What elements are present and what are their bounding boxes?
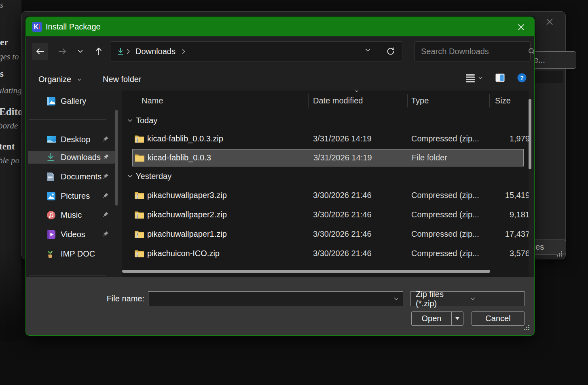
file-row-kicad-fablib-folder-selected[interactable]: kicad-fablib_0.0.3 3/31/2026 14:19 File … [132, 149, 524, 166]
group-header-yesterday[interactable]: Yesterday [122, 170, 171, 182]
sidebar-item-desktop[interactable]: Desktop [26, 133, 114, 146]
bg-text-fragment: ges to [0, 52, 19, 62]
file-name: pikachuwallpaper2.zip [147, 205, 227, 224]
recent-locations-button[interactable] [72, 43, 88, 60]
pin-icon [103, 231, 109, 237]
bg-text-fragment: ble po [0, 156, 19, 166]
sidebar-item-downloads[interactable]: Downloads [28, 151, 115, 164]
forward-button[interactable] [54, 43, 70, 60]
address-bar[interactable]: Downloads [110, 41, 402, 61]
bg-text-fragment: Edito [0, 106, 21, 118]
sidebar-item-documents[interactable]: Documents [26, 170, 114, 183]
file-name-input[interactable] [148, 295, 394, 303]
sidebar-item-label: Documents [61, 172, 102, 181]
help-button[interactable]: ? [517, 73, 527, 82]
file-row-kicad-fablib-zip[interactable]: kicad-fablib_0.0.3.zip 3/31/2026 14:19 C… [122, 129, 529, 148]
breadcrumb-item-downloads[interactable]: Downloads [135, 47, 176, 56]
breadcrumb-chevron-icon[interactable] [127, 49, 130, 54]
cancel-button[interactable]: Cancel [472, 311, 525, 326]
organize-menu-button[interactable]: Organize [38, 71, 81, 87]
group-label: Yesterday [136, 172, 171, 181]
file-row-pikachuwallpaper2[interactable]: pikachuwallpaper2.zip 3/30/2026 21:46 Co… [122, 205, 529, 224]
file-row-pikachuwallpaper1[interactable]: pikachuwallpaper1.zip 3/30/2026 21:46 Co… [122, 225, 529, 243]
plant-icon [47, 249, 57, 259]
chevron-down-icon [128, 175, 132, 178]
file-type: Compressed (zip... [411, 186, 479, 204]
sidebar-item-videos[interactable]: Videos [26, 228, 114, 241]
sidebar-item-music[interactable]: Music [26, 208, 114, 221]
bg-text-fragment: tent [0, 141, 15, 152]
new-folder-label: New folder [103, 75, 142, 84]
title-bar[interactable]: Ki Install Package [26, 17, 534, 36]
file-row-pikachuwallpaper3[interactable]: pikachuwallpaper3.zip 3/30/2026 21:46 Co… [122, 186, 529, 204]
view-mode-button[interactable] [465, 73, 482, 83]
column-header-size[interactable]: Size [495, 94, 511, 107]
chevron-down-icon [77, 78, 81, 81]
column-separator[interactable] [489, 94, 490, 107]
bg-text-fragment: s [0, 0, 3, 10]
back-button[interactable] [32, 43, 48, 60]
arrow-left-icon [36, 48, 44, 55]
open-split-button[interactable]: Open [411, 311, 463, 326]
column-separator[interactable] [308, 94, 309, 107]
file-name: pikachuicon-ICO.zip [147, 244, 220, 263]
file-name-label: File name: [99, 291, 144, 306]
file-size: 9,181 [486, 205, 529, 224]
file-type-dropdown[interactable]: Zip files (*.zip) [410, 291, 525, 306]
preview-pane-button[interactable] [495, 73, 505, 82]
dialog-footer: File name: Zip files (*.zip) Open Cancel [26, 277, 535, 336]
resize-grip[interactable] [523, 324, 529, 330]
open-dropdown-icon[interactable] [452, 317, 463, 320]
chevron-down-icon [478, 77, 482, 80]
file-row-pikachuicon-ico[interactable]: pikachuicon-ICO.zip 3/30/2026 21:46 Comp… [122, 244, 529, 263]
chevron-down-icon [78, 50, 83, 53]
sidebar-scrollbar[interactable] [115, 110, 118, 206]
pin-icon [103, 173, 109, 179]
desktop-screen: { "background_window": { "left_text_frag… [0, 0, 588, 385]
chevron-down-icon[interactable] [394, 297, 399, 300]
file-name: pikachuwallpaper1.zip [147, 225, 227, 243]
sidebar-item-gallery[interactable]: Gallery [26, 95, 114, 107]
file-name-combobox[interactable] [148, 291, 403, 306]
gallery-icon [47, 96, 57, 106]
search-input[interactable] [415, 47, 528, 56]
close-button[interactable] [514, 21, 528, 34]
organize-label: Organize [38, 75, 71, 84]
refresh-icon[interactable] [386, 46, 396, 56]
resize-grip[interactable] [556, 250, 562, 257]
column-separator[interactable] [407, 94, 408, 107]
file-type-value: Zip files (*.zip) [411, 290, 465, 308]
breadcrumb-chevron-icon[interactable] [182, 49, 185, 54]
column-header-type[interactable]: Type [411, 94, 429, 107]
file-size: 15,419 [486, 186, 529, 204]
dialog-title: Install Package [46, 17, 101, 36]
button-label: e... [534, 55, 545, 65]
file-date: 3/30/2026 21:46 [313, 205, 372, 224]
zip-folder-icon [134, 244, 144, 263]
cancel-label: Cancel [485, 314, 510, 323]
file-date: 3/30/2026 21:46 [313, 186, 372, 204]
close-icon[interactable] [546, 18, 558, 30]
file-name: pikachuwallpaper3.zip [147, 186, 227, 204]
horizontal-scrollbar[interactable] [122, 270, 490, 273]
vertical-scrollbar[interactable] [529, 99, 531, 169]
search-box[interactable] [414, 41, 531, 61]
sidebar-item-pictures[interactable]: Pictures [26, 189, 114, 202]
pin-icon [103, 212, 109, 218]
zip-folder-icon [134, 205, 144, 224]
details-view-icon [465, 73, 476, 83]
arrow-up-icon [95, 47, 102, 56]
kicad-app-icon: Ki [32, 22, 42, 32]
column-header-name[interactable]: Name [142, 94, 163, 107]
up-button[interactable] [91, 43, 107, 60]
group-header-today[interactable]: Today [122, 115, 157, 126]
new-folder-button[interactable]: New folder [103, 71, 142, 87]
documents-icon [47, 172, 57, 181]
sidebar-item-imp-doc[interactable]: IMP DOC [26, 247, 114, 260]
address-dropdown-icon[interactable] [365, 48, 370, 52]
file-list-pane: Name Date modified Type Size Today kicad… [122, 90, 529, 277]
column-header-date-modified[interactable]: Date modified [313, 94, 363, 107]
search-icon[interactable] [528, 48, 535, 55]
open-label: Open [412, 314, 451, 323]
pictures-icon [47, 191, 57, 201]
